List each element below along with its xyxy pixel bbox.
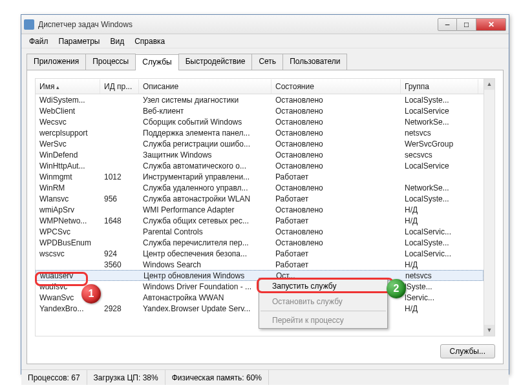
cell-pid: 2928: [100, 304, 139, 313]
cell-desc: Центр обновления Windows: [140, 271, 272, 280]
col-header-name[interactable]: Имя: [36, 79, 100, 94]
cell-group: LocalService: [401, 161, 478, 170]
cell-state: Работает: [271, 260, 401, 269]
cell-desc: WMI Performance Adapter: [139, 205, 271, 214]
cell-state: Остановлено: [271, 205, 401, 214]
cell-desc: Веб-клиент: [139, 107, 271, 116]
cell-desc: Windows Driver Foundation - ...: [139, 282, 271, 291]
col-header-state[interactable]: Состояние: [271, 79, 401, 94]
table-row[interactable]: WerSvcСлужба регистрации ошибо...Останов…: [36, 138, 484, 149]
scroll-up-icon[interactable]: ▲: [484, 79, 495, 90]
cell-pid: 3560: [100, 260, 139, 269]
cell-desc: Поддержка элемента панел...: [139, 129, 271, 138]
scroll-down-icon[interactable]: ▼: [484, 325, 495, 336]
cell-name: Wecsvc: [36, 118, 100, 127]
cell-group: LocalSyste...: [401, 96, 478, 105]
cell-state: Работает: [271, 172, 401, 181]
table-row[interactable]: Winmgmt1012Инструментарий управлени...Ра…: [36, 171, 484, 182]
cell-group: LocalSyste...: [401, 194, 478, 203]
table-row[interactable]: 3560Windows SearchРаботаетН/Д: [36, 259, 484, 270]
window-title: Диспетчер задач Windows: [38, 20, 438, 29]
tab-processes[interactable]: Процессы: [85, 54, 136, 70]
menu-view[interactable]: Вид: [105, 36, 129, 47]
cell-group: netsvcs: [401, 271, 479, 280]
context-goto-process[interactable]: Перейти к процессу: [259, 313, 387, 328]
context-menu: Запустить службу Остановить службу Перей…: [259, 278, 388, 329]
tab-network[interactable]: Сеть: [251, 54, 283, 70]
table-row[interactable]: wercplsupportПоддержка элемента панел...…: [36, 127, 484, 138]
table-row[interactable]: WebClientВеб-клиентОстановленоLocalServi…: [36, 105, 484, 116]
close-button[interactable]: ✕: [476, 18, 506, 31]
cell-group: Н/Д: [401, 304, 478, 313]
cell-group: NetworkSe...: [401, 118, 478, 127]
cell-name: WPCSvc: [36, 227, 100, 236]
col-header-group[interactable]: Группа: [401, 79, 478, 94]
status-processes: Процессов: 67: [21, 370, 87, 385]
cell-group: LocalService: [401, 107, 478, 116]
cell-pid: 956: [100, 194, 139, 203]
cell-pid: 1012: [100, 172, 139, 181]
cell-desc: Центр обеспечения безопа...: [139, 249, 271, 258]
cell-state: Остановлено: [271, 139, 401, 149]
table-row[interactable]: WPDBusEnumСлужба перечислителя пер...Ост…: [36, 237, 484, 248]
cell-group: lServic...: [401, 293, 478, 302]
list-header: Имя ИД пр... Описание Состояние Группа: [36, 79, 495, 94]
cell-group: Н/Д: [401, 260, 478, 269]
cell-name: wmiApSrv: [36, 205, 100, 214]
table-row[interactable]: WinHttpAut...Служба автоматического о...…: [36, 160, 484, 171]
table-row[interactable]: WPCSvcParental ControlsОстановленоLocalS…: [36, 226, 484, 237]
col-header-pid[interactable]: ИД пр...: [100, 79, 139, 94]
tab-services[interactable]: Службы: [135, 54, 178, 70]
table-row[interactable]: wscsvc924Центр обеспечения безопа...Рабо…: [36, 248, 484, 259]
cell-state: Остановлено: [271, 107, 401, 116]
cell-state: Остановлено: [271, 161, 401, 170]
tab-applications[interactable]: Приложения: [27, 54, 86, 70]
cell-desc: Автонастройка WWAN: [139, 293, 271, 302]
cell-state: Остановлено: [271, 183, 401, 192]
maximize-button[interactable]: □: [457, 18, 476, 31]
cell-name: Wlansvc: [36, 194, 100, 203]
context-stop-service[interactable]: Остановить службу: [259, 294, 387, 309]
cell-state: Остановлено: [271, 96, 401, 105]
table-row[interactable]: WecsvcСборщик событий WindowsОстановлено…: [36, 116, 484, 127]
cell-desc: Сборщик событий Windows: [139, 118, 271, 127]
menu-options[interactable]: Параметры: [54, 36, 105, 47]
context-separator: [261, 311, 386, 311]
cell-name: Winmgmt: [36, 172, 100, 181]
cell-desc: Parental Controls: [139, 227, 271, 236]
col-header-description[interactable]: Описание: [139, 79, 271, 94]
cell-name: WdiSystem...: [36, 96, 100, 105]
table-row[interactable]: WdiSystem...Узел системы диагностикиОста…: [36, 94, 484, 105]
cell-state: Остановлено: [271, 129, 401, 138]
cell-group: WerSvcGroup: [401, 139, 478, 149]
table-row[interactable]: Wlansvc956Служба автонастройки WLANРабот…: [36, 193, 484, 204]
cell-name: WerSvc: [36, 139, 100, 149]
table-row[interactable]: WinRMСлужба удаленного управл...Остановл…: [36, 182, 484, 193]
minimize-button[interactable]: –: [438, 18, 457, 31]
cell-state: Остановлено: [271, 227, 401, 236]
cell-desc: Служба регистрации ошибо...: [139, 139, 271, 149]
vertical-scrollbar[interactable]: ▲ ▼: [484, 79, 495, 336]
table-row[interactable]: WMPNetwo...1648Служба общих сетевых рес.…: [36, 215, 484, 226]
cell-state: Работает: [271, 249, 401, 258]
table-row[interactable]: wmiApSrvWMI Performance AdapterОстановле…: [36, 204, 484, 215]
tab-performance[interactable]: Быстродействие: [178, 54, 253, 70]
table-row[interactable]: WinDefendЗащитник WindowsОстановленоsecs…: [36, 149, 484, 160]
cell-group: LocalSyste...: [401, 238, 478, 247]
menu-file[interactable]: Файл: [24, 36, 54, 47]
tab-users[interactable]: Пользователи: [282, 54, 347, 70]
cell-desc: Windows Search: [139, 260, 271, 269]
annotation-badge-2: 2: [387, 279, 406, 298]
cell-name: WebClient: [36, 107, 100, 116]
cell-state: Остановлено: [271, 238, 401, 247]
cell-group: Н/Д: [401, 216, 478, 225]
cell-name: wuauserv: [36, 271, 101, 280]
context-start-service[interactable]: Запустить службу: [259, 278, 387, 294]
cell-desc: Служба удаленного управл...: [139, 183, 271, 192]
titlebar[interactable]: Диспетчер задач Windows – □ ✕: [21, 15, 509, 34]
cell-state: Работает: [271, 216, 401, 225]
menu-help[interactable]: Справка: [129, 36, 170, 47]
cell-desc: Служба автоматического о...: [139, 161, 271, 170]
services-button[interactable]: Службы...: [440, 344, 495, 358]
cell-state: Остановлено: [271, 118, 401, 127]
